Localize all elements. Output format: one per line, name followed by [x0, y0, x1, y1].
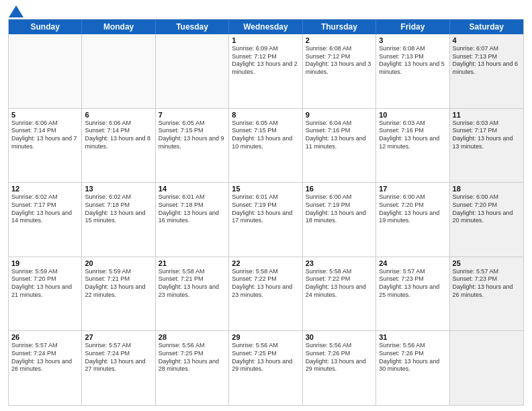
calendar-cell-10: 10Sunrise: 6:03 AMSunset: 7:16 PMDayligh… [376, 109, 449, 183]
calendar-cell-empty [82, 34, 155, 108]
calendar-cell-19: 19Sunrise: 5:59 AMSunset: 7:20 PMDayligh… [9, 257, 82, 331]
cell-info: Sunrise: 6:08 AMSunset: 7:13 PMDaylight:… [379, 45, 446, 77]
calendar-cell-9: 9Sunrise: 6:04 AMSunset: 7:16 PMDaylight… [303, 109, 376, 183]
cell-info: Sunrise: 6:02 AMSunset: 7:17 PMDaylight:… [11, 193, 79, 225]
calendar-cell-30: 30Sunrise: 5:56 AMSunset: 7:26 PMDayligh… [303, 331, 376, 405]
calendar-cell-empty [9, 34, 82, 108]
day-number: 28 [159, 333, 226, 341]
svg-marker-0 [9, 5, 24, 17]
cell-info: Sunrise: 6:02 AMSunset: 7:18 PMDaylight:… [85, 193, 152, 225]
day-number: 5 [11, 111, 79, 119]
calendar-cell-23: 23Sunrise: 5:58 AMSunset: 7:22 PMDayligh… [303, 257, 376, 331]
day-number: 1 [232, 36, 299, 44]
cell-info: Sunrise: 5:58 AMSunset: 7:21 PMDaylight:… [159, 268, 226, 300]
day-of-week-monday: Monday [82, 19, 155, 34]
cell-info: Sunrise: 6:03 AMSunset: 7:17 PMDaylight:… [453, 120, 521, 151]
day-of-week-wednesday: Wednesday [229, 19, 302, 34]
calendar-cell-24: 24Sunrise: 5:57 AMSunset: 7:23 PMDayligh… [376, 257, 449, 331]
cell-info: Sunrise: 6:01 AMSunset: 7:18 PMDaylight:… [159, 193, 226, 225]
day-number: 7 [159, 111, 226, 119]
day-number: 13 [85, 185, 152, 193]
day-number: 4 [453, 36, 521, 44]
day-of-week-tuesday: Tuesday [156, 19, 229, 34]
calendar-cell-6: 6Sunrise: 6:06 AMSunset: 7:14 PMDaylight… [82, 109, 155, 183]
cell-info: Sunrise: 6:06 AMSunset: 7:14 PMDaylight:… [85, 120, 152, 151]
cell-info: Sunrise: 5:56 AMSunset: 7:25 PMDaylight:… [159, 342, 226, 373]
day-number: 8 [232, 111, 299, 119]
calendar-cell-7: 7Sunrise: 6:05 AMSunset: 7:15 PMDaylight… [156, 109, 229, 183]
day-number: 15 [232, 185, 299, 193]
cell-info: Sunrise: 5:57 AMSunset: 7:23 PMDaylight:… [453, 268, 521, 300]
day-of-week-thursday: Thursday [303, 19, 376, 34]
calendar-cell-3: 3Sunrise: 6:08 AMSunset: 7:13 PMDaylight… [376, 34, 449, 108]
day-number: 11 [453, 111, 521, 119]
calendar-cell-5: 5Sunrise: 6:06 AMSunset: 7:14 PMDaylight… [9, 109, 82, 183]
cell-info: Sunrise: 5:57 AMSunset: 7:24 PMDaylight:… [11, 342, 79, 373]
cell-info: Sunrise: 5:58 AMSunset: 7:22 PMDaylight:… [232, 268, 299, 300]
calendar-cell-20: 20Sunrise: 5:59 AMSunset: 7:21 PMDayligh… [82, 257, 155, 331]
calendar-cell-12: 12Sunrise: 6:02 AMSunset: 7:17 PMDayligh… [9, 183, 82, 257]
day-of-week-friday: Friday [376, 19, 449, 34]
cell-info: Sunrise: 6:09 AMSunset: 7:12 PMDaylight:… [232, 45, 299, 77]
cell-info: Sunrise: 6:03 AMSunset: 7:16 PMDaylight:… [379, 120, 446, 151]
calendar-cell-13: 13Sunrise: 6:02 AMSunset: 7:18 PMDayligh… [82, 183, 155, 257]
calendar-cell-26: 26Sunrise: 5:57 AMSunset: 7:24 PMDayligh… [9, 331, 82, 405]
calendar-cell-21: 21Sunrise: 5:58 AMSunset: 7:21 PMDayligh… [156, 257, 229, 331]
day-number: 21 [159, 259, 226, 267]
calendar-cell-4: 4Sunrise: 6:07 AMSunset: 7:13 PMDaylight… [450, 34, 523, 108]
day-number: 18 [453, 185, 521, 193]
day-number: 29 [232, 333, 299, 341]
calendar-cell-18: 18Sunrise: 6:00 AMSunset: 7:20 PMDayligh… [450, 183, 523, 257]
page-container: SundayMondayTuesdayWednesdayThursdayFrid… [0, 0, 532, 411]
calendar-cell-28: 28Sunrise: 5:56 AMSunset: 7:25 PMDayligh… [156, 331, 229, 405]
cell-info: Sunrise: 5:59 AMSunset: 7:20 PMDaylight:… [11, 268, 79, 300]
cell-info: Sunrise: 5:57 AMSunset: 7:24 PMDaylight:… [85, 342, 152, 373]
day-number: 10 [379, 111, 446, 119]
day-of-week-saturday: Saturday [450, 19, 523, 34]
cell-info: Sunrise: 6:08 AMSunset: 7:12 PMDaylight:… [306, 45, 373, 77]
cell-info: Sunrise: 6:01 AMSunset: 7:19 PMDaylight:… [232, 193, 299, 225]
cell-info: Sunrise: 5:58 AMSunset: 7:22 PMDaylight:… [306, 268, 373, 300]
day-of-week-sunday: Sunday [9, 19, 82, 34]
calendar-row-2: 5Sunrise: 6:06 AMSunset: 7:14 PMDaylight… [9, 109, 523, 183]
day-number: 2 [306, 36, 373, 44]
calendar-cell-8: 8Sunrise: 6:05 AMSunset: 7:15 PMDaylight… [229, 109, 302, 183]
calendar-cell-22: 22Sunrise: 5:58 AMSunset: 7:22 PMDayligh… [229, 257, 302, 331]
calendar-row-3: 12Sunrise: 6:02 AMSunset: 7:17 PMDayligh… [9, 183, 523, 257]
calendar-cell-empty [156, 34, 229, 108]
calendar-cell-27: 27Sunrise: 5:57 AMSunset: 7:24 PMDayligh… [82, 331, 155, 405]
calendar-cell-empty [450, 331, 523, 405]
calendar-row-1: 1Sunrise: 6:09 AMSunset: 7:12 PMDaylight… [9, 34, 523, 109]
cell-info: Sunrise: 6:00 AMSunset: 7:20 PMDaylight:… [379, 193, 446, 225]
day-number: 23 [306, 259, 373, 267]
cell-info: Sunrise: 6:05 AMSunset: 7:15 PMDaylight:… [232, 120, 299, 151]
day-number: 31 [379, 333, 446, 341]
day-number: 12 [11, 185, 79, 193]
calendar-cell-2: 2Sunrise: 6:08 AMSunset: 7:12 PMDaylight… [303, 34, 376, 108]
cell-info: Sunrise: 6:00 AMSunset: 7:20 PMDaylight:… [453, 193, 521, 225]
cell-info: Sunrise: 5:59 AMSunset: 7:21 PMDaylight:… [85, 268, 152, 300]
calendar-cell-25: 25Sunrise: 5:57 AMSunset: 7:23 PMDayligh… [450, 257, 523, 331]
calendar-cell-11: 11Sunrise: 6:03 AMSunset: 7:17 PMDayligh… [450, 109, 523, 183]
cell-info: Sunrise: 6:00 AMSunset: 7:19 PMDaylight:… [306, 193, 373, 225]
calendar-cell-31: 31Sunrise: 5:56 AMSunset: 7:26 PMDayligh… [376, 331, 449, 405]
day-number: 25 [453, 259, 521, 267]
day-number: 19 [11, 259, 79, 267]
cell-info: Sunrise: 6:04 AMSunset: 7:16 PMDaylight:… [306, 120, 373, 151]
cell-info: Sunrise: 5:56 AMSunset: 7:26 PMDaylight:… [306, 342, 373, 373]
header [8, 7, 524, 15]
day-number: 6 [85, 111, 152, 119]
day-number: 30 [306, 333, 373, 341]
day-number: 14 [159, 185, 226, 193]
cell-info: Sunrise: 6:05 AMSunset: 7:15 PMDaylight:… [159, 120, 226, 151]
cell-info: Sunrise: 6:06 AMSunset: 7:14 PMDaylight:… [11, 120, 79, 151]
calendar-cell-14: 14Sunrise: 6:01 AMSunset: 7:18 PMDayligh… [156, 183, 229, 257]
day-number: 20 [85, 259, 152, 267]
day-number: 22 [232, 259, 299, 267]
cell-info: Sunrise: 5:56 AMSunset: 7:26 PMDaylight:… [379, 342, 446, 373]
cell-info: Sunrise: 5:57 AMSunset: 7:23 PMDaylight:… [379, 268, 446, 300]
calendar-cell-29: 29Sunrise: 5:56 AMSunset: 7:25 PMDayligh… [229, 331, 302, 405]
calendar-cell-1: 1Sunrise: 6:09 AMSunset: 7:12 PMDaylight… [229, 34, 302, 108]
calendar-cell-16: 16Sunrise: 6:00 AMSunset: 7:19 PMDayligh… [303, 183, 376, 257]
day-number: 27 [85, 333, 152, 341]
